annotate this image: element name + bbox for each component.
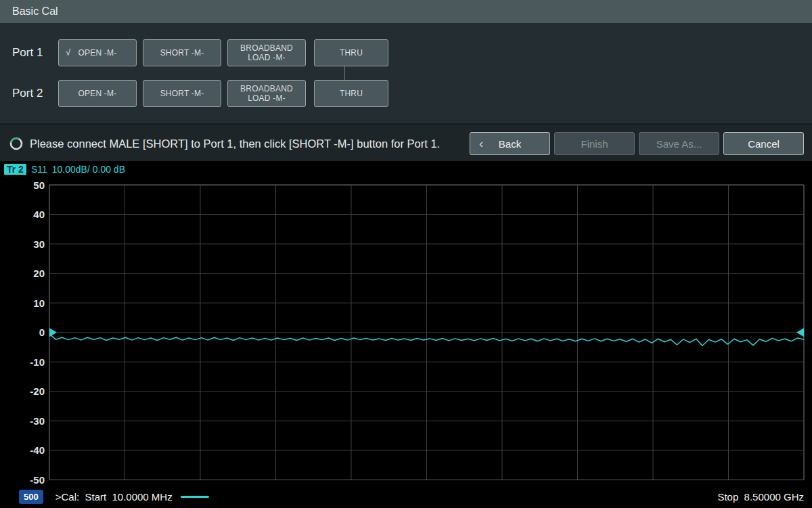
port2-thru-button[interactable]: THRU	[314, 80, 388, 107]
port1-open-button[interactable]: √ OPEN -M-	[58, 39, 137, 66]
svg-text:10: 10	[33, 297, 45, 309]
port1-broadband-load-label: BROADBAND LOAD -M-	[233, 43, 300, 62]
svg-text:-20: -20	[30, 385, 45, 397]
port2-short-label: SHORT -M-	[160, 89, 204, 98]
port1-open-label: OPEN -M-	[78, 48, 117, 58]
svg-text:-10: -10	[30, 356, 45, 368]
save-as-button[interactable]: Save As...	[639, 132, 719, 155]
port2-open-button[interactable]: OPEN -M-	[58, 80, 137, 107]
instruction-bar: Please connect MALE [SHORT] to Port 1, t…	[0, 123, 812, 161]
port1-thru-button[interactable]: THRU	[314, 39, 388, 66]
basic-cal-screen: Basic Cal Port 1 √ OPEN -M- SHORT -M- BR…	[0, 0, 812, 508]
s11-plot: 50403020100-10-20-30-40-50	[0, 161, 812, 508]
cancel-button-label: Cancel	[748, 138, 780, 150]
dialog-title: Basic Cal	[12, 5, 58, 18]
svg-text:30: 30	[33, 238, 45, 250]
svg-text:-30: -30	[30, 415, 45, 427]
port2-label: Port 2	[12, 87, 52, 100]
trace-scale-text: 10.00dB/ 0.00 dB	[52, 164, 125, 175]
cal-start-text: >Cal: Start 10.0000 MHz	[55, 491, 173, 503]
chevron-left-icon: ‹	[479, 136, 483, 151]
port2-short-button[interactable]: SHORT -M-	[143, 80, 221, 107]
port1-short-label: SHORT -M-	[160, 48, 204, 58]
svg-text:-50: -50	[30, 474, 45, 486]
s11-plot-section: 50403020100-10-20-30-40-50 Tr 2 S11 10.0…	[0, 161, 812, 508]
dialog-titlebar: Basic Cal	[0, 0, 812, 23]
port2-row: Port 2 OPEN -M- SHORT -M- BROADBAND LOAD…	[0, 80, 388, 107]
svg-text:0: 0	[39, 326, 45, 338]
check-icon: √	[66, 48, 70, 58]
trace-param: S11	[31, 164, 47, 175]
svg-text:-40: -40	[30, 444, 45, 456]
finish-button-label: Finish	[581, 138, 608, 150]
sweep-points-badge: 500	[19, 490, 43, 504]
trace-header: Tr 2 S11 10.00dB/ 0.00 dB	[4, 164, 125, 175]
port2-broadband-load-button[interactable]: BROADBAND LOAD -M-	[227, 80, 306, 107]
stop-frequency-text: Stop 8.50000 GHz	[717, 491, 804, 503]
cal-standards-panel: Port 1 √ OPEN -M- SHORT -M- BROADBAND LO…	[0, 23, 812, 123]
wizard-buttons: ‹ Back Finish Save As... Cancel	[470, 132, 804, 155]
port1-thru-label: THRU	[340, 48, 363, 58]
thru-connector-line	[344, 66, 345, 81]
svg-text:50: 50	[33, 179, 45, 191]
port2-thru-label: THRU	[340, 89, 363, 98]
port1-broadband-load-button[interactable]: BROADBAND LOAD -M-	[227, 39, 306, 66]
progress-ring-icon	[9, 136, 24, 151]
port1-row: Port 1 √ OPEN -M- SHORT -M- BROADBAND LO…	[0, 39, 388, 66]
port2-open-label: OPEN -M-	[78, 89, 117, 98]
port1-short-button[interactable]: SHORT -M-	[143, 39, 221, 66]
save-as-button-label: Save As...	[656, 138, 702, 150]
port1-label: Port 1	[12, 46, 52, 60]
svg-text:40: 40	[33, 209, 45, 220]
plot-status-bar: 500 >Cal: Start 10.0000 MHz Stop 8.50000…	[0, 485, 812, 508]
trace-badge[interactable]: Tr 2	[4, 164, 26, 175]
back-button[interactable]: ‹ Back	[470, 132, 550, 155]
svg-text:20: 20	[33, 268, 45, 279]
back-button-label: Back	[499, 138, 521, 150]
instruction-message: Please connect MALE [SHORT] to Port 1, t…	[30, 125, 440, 163]
finish-button[interactable]: Finish	[554, 132, 635, 155]
trace-color-indicator	[181, 496, 209, 498]
port2-broadband-load-label: BROADBAND LOAD -M-	[233, 84, 300, 103]
cancel-button[interactable]: Cancel	[723, 132, 804, 155]
